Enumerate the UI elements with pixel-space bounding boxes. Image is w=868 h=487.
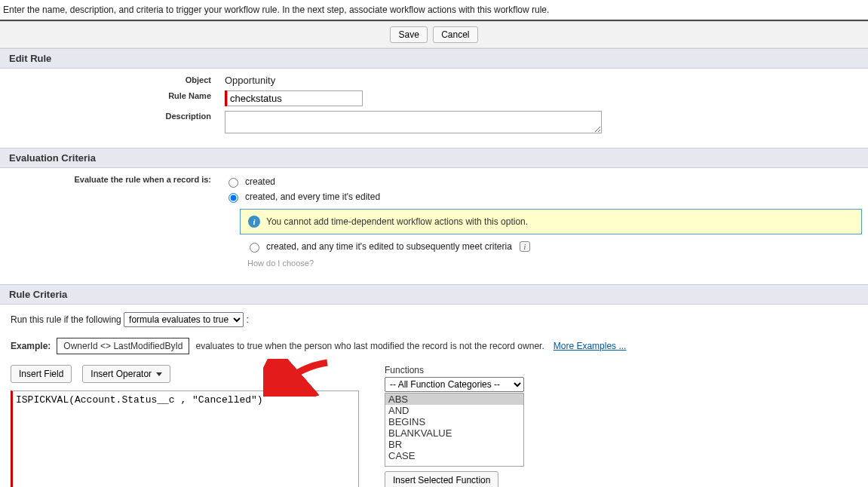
func-item-blankvalue[interactable]: BLANKVALUE	[385, 427, 523, 439]
warning-box: i You cannot add time-dependent workflow…	[240, 209, 862, 234]
section-eval-criteria: Evaluation Criteria	[0, 148, 868, 168]
func-item-case[interactable]: CASE	[385, 450, 523, 461]
evaluate-label: Evaluate the rule when a record is:	[6, 173, 225, 184]
radio-edited-label: created, and every time it's edited	[245, 191, 380, 202]
object-value: Opportunity	[225, 73, 862, 86]
info-icon: i	[248, 216, 260, 228]
radio-created-label: created	[245, 176, 275, 187]
section-rule-criteria: Rule Criteria	[0, 284, 868, 305]
radio-subsequent[interactable]	[250, 243, 259, 253]
help-icon[interactable]: i	[520, 241, 530, 252]
top-button-bar: Save Cancel	[0, 21, 868, 48]
insert-operator-button[interactable]: Insert Operator	[82, 365, 170, 383]
function-list[interactable]: ABS AND BEGINS BLANKVALUE BR CASE	[385, 393, 524, 467]
func-item-br[interactable]: BR	[385, 439, 523, 450]
criteria-body: Run this rule if the following formula e…	[0, 305, 868, 487]
colon: :	[246, 314, 248, 325]
example-label: Example:	[11, 341, 51, 351]
insert-field-button[interactable]: Insert Field	[11, 365, 72, 383]
more-examples-link[interactable]: More Examples ...	[554, 341, 627, 351]
run-prefix: Run this rule if the following	[11, 314, 121, 325]
example-formula: OwnerId <> LastModifiedById	[57, 338, 189, 354]
save-button[interactable]: Save	[390, 26, 427, 43]
radio-edited[interactable]	[229, 193, 238, 203]
edit-rule-body: Object Opportunity Rule Name Description	[0, 69, 868, 148]
eval-body: Evaluate the rule when a record is: crea…	[0, 168, 868, 284]
warning-text: You cannot add time-dependent workflow a…	[266, 216, 528, 227]
function-category-select[interactable]: -- All Function Categories --	[385, 377, 524, 392]
chevron-down-icon	[156, 372, 162, 376]
example-text: evaluates to true when the person who la…	[195, 341, 544, 351]
rule-name-label: Rule Name	[6, 89, 225, 100]
insert-operator-label: Insert Operator	[90, 369, 152, 379]
formula-input[interactable]	[11, 391, 359, 487]
func-item-begins[interactable]: BEGINS	[385, 416, 523, 427]
func-item-and[interactable]: AND	[385, 405, 523, 416]
description-input[interactable]	[225, 111, 602, 133]
functions-label: Functions	[385, 365, 524, 375]
criteria-type-select[interactable]: formula evaluates to true	[124, 312, 244, 327]
how-do-i-choose[interactable]: How do I choose?	[247, 254, 862, 275]
insert-selected-function-button[interactable]: Insert Selected Function	[385, 471, 498, 487]
radio-created[interactable]	[229, 178, 238, 188]
intro-text: Enter the name, description, and criteri…	[0, 0, 868, 20]
rule-name-input[interactable]	[227, 90, 363, 106]
object-label: Object	[6, 73, 225, 84]
description-label: Description	[6, 109, 225, 121]
cancel-button[interactable]: Cancel	[433, 26, 477, 43]
func-item-abs[interactable]: ABS	[385, 394, 523, 405]
section-edit-rule: Edit Rule	[0, 48, 868, 69]
radio-subsequent-label: created, and any time it's edited to sub…	[266, 241, 512, 252]
